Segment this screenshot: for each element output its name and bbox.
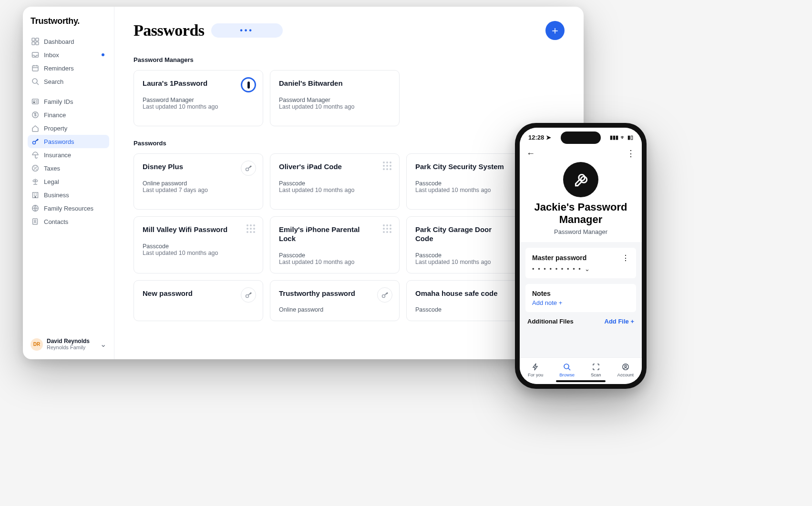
sidebar-item-label: Search	[44, 78, 63, 85]
brand-logo: Trustworthy.	[28, 16, 109, 26]
more-options-pill[interactable]: •••	[211, 23, 283, 38]
tab-account[interactable]: Account	[617, 363, 634, 377]
sidebar-item-taxes[interactable]: Taxes	[28, 162, 109, 175]
add-button[interactable]: ＋	[545, 21, 565, 40]
sidebar: Trustworthy. Dashboard Inbox Reminders S…	[23, 7, 114, 359]
tab-for-you[interactable]: For you	[528, 363, 543, 377]
card-password[interactable]: Oliver's iPad Code Passcode Last updated…	[270, 153, 400, 210]
tab-label: For you	[528, 372, 543, 377]
nav-section-main: Family IDs Finance Property Passwords In…	[28, 95, 109, 228]
unread-dot-icon	[102, 53, 104, 56]
sidebar-item-contacts[interactable]: Contacts	[28, 215, 109, 228]
app-window: Trustworthy. Dashboard Inbox Reminders S…	[23, 7, 584, 359]
sidebar-item-insurance[interactable]: Insurance	[28, 148, 109, 162]
card-title: Park City Garage Door Code	[415, 225, 527, 243]
card-password[interactable]: Trustworthy password Online password	[270, 280, 400, 322]
more-vertical-icon[interactable]: ⋮	[627, 148, 635, 159]
files-label: Additional Files	[527, 318, 574, 325]
card-type: Passcode	[143, 243, 254, 250]
add-note-link[interactable]: Add note +	[532, 299, 629, 306]
card-password[interactable]: Emily's iPhone Parental Lock Passcode La…	[270, 216, 400, 273]
card-type: Passcode	[279, 180, 391, 187]
sidebar-item-label: Property	[44, 125, 67, 132]
card-password-manager[interactable]: Daniel's Bitwarden Password Manager Last…	[270, 70, 400, 126]
account-switcher[interactable]: DR David Reynolds Reynolds Family ⌄	[28, 335, 109, 354]
sidebar-item-family-resources[interactable]: Family Resources	[28, 202, 109, 215]
card-updated: Last updated 10 months ago	[143, 250, 254, 256]
sidebar-item-finance[interactable]: Finance	[28, 108, 109, 121]
section-label-passwords: Passwords	[134, 140, 565, 147]
key-icon	[31, 138, 39, 145]
card-type: Password Manager	[143, 97, 254, 103]
sidebar-item-label: Insurance	[44, 152, 71, 159]
sidebar-item-label: Taxes	[44, 165, 60, 172]
master-password-value[interactable]: • • • • • • • • • ⌄	[532, 265, 629, 273]
card-updated: Last updated 10 months ago	[279, 259, 391, 265]
main-content: Passwords ••• ＋ Password Managers Laura'…	[114, 7, 584, 359]
dashboard-icon	[31, 38, 39, 45]
card-title: Laura's 1Password	[143, 79, 254, 88]
card-password[interactable]: Mill Valley Wifi Password Passcode Last …	[134, 216, 263, 273]
status-time: 12:28 ➤	[528, 134, 551, 141]
user-name: David Reynolds	[47, 338, 90, 345]
more-vertical-icon[interactable]: ⋮	[622, 253, 629, 263]
master-password-label: Master password	[532, 254, 586, 262]
card-type: Online password	[143, 180, 254, 187]
sidebar-item-inbox[interactable]: Inbox	[28, 48, 109, 61]
battery-icon: ▮▯	[627, 134, 633, 141]
phone-title: Jackie's Password Manager	[527, 201, 634, 226]
contacts-icon	[31, 218, 39, 225]
card-type: Passcode	[415, 306, 527, 313]
card-updated: Last updated 10 months ago	[415, 259, 527, 265]
card-type: Passcode	[415, 252, 527, 259]
card-title: Trustworthy password	[279, 289, 391, 298]
back-button[interactable]: ←	[526, 149, 535, 159]
status-indicators: ▮▮▮ ᯤ ▮▯	[610, 134, 633, 141]
home-icon	[31, 124, 39, 132]
sidebar-item-business[interactable]: Business	[28, 188, 109, 202]
percent-icon	[31, 164, 39, 172]
phone-frame: 12:28 ➤ ▮▮▮ ᯤ ▮▯ ← ⋮ Jackie's Password M…	[515, 123, 647, 389]
card-password[interactable]: Disney Plus Online password Last updated…	[134, 153, 263, 210]
sidebar-item-label: Family Resources	[44, 205, 93, 212]
user-family: Reynolds Family	[47, 344, 90, 351]
phone-nav-bar: ← ⋮	[520, 147, 642, 160]
card-title: Oliver's iPad Code	[279, 162, 391, 172]
grip-icon	[383, 162, 391, 170]
tab-label: Browse	[559, 372, 575, 377]
phone-subtitle: Password Manager	[527, 228, 634, 235]
sidebar-item-property[interactable]: Property	[28, 121, 109, 135]
sidebar-item-legal[interactable]: Legal	[28, 175, 109, 188]
search-icon	[31, 78, 39, 85]
tab-browse[interactable]: Browse	[559, 363, 575, 377]
card-type: Password Manager	[279, 97, 391, 103]
id-card-icon	[31, 98, 39, 105]
card-title: Omaha house safe code	[415, 289, 527, 298]
add-file-link[interactable]: Add File +	[605, 318, 634, 325]
inbox-icon	[31, 51, 39, 59]
card-updated: Last updated 7 days ago	[143, 187, 254, 193]
sidebar-item-passwords[interactable]: Passwords	[28, 135, 109, 148]
phone-header: Jackie's Password Manager Password Manag…	[520, 160, 642, 242]
card-password-manager[interactable]: Laura's 1Password Password Manager Last …	[134, 70, 263, 126]
sidebar-item-family-ids[interactable]: Family IDs	[28, 95, 109, 108]
building-icon	[31, 191, 39, 199]
key-icon	[241, 287, 256, 303]
card-updated: Last updated 10 months ago	[143, 103, 254, 110]
tab-scan[interactable]: Scan	[591, 363, 601, 377]
signal-icon: ▮▮▮	[610, 134, 618, 141]
card-password[interactable]: New password	[134, 280, 263, 322]
sidebar-item-label: Dashboard	[44, 38, 74, 45]
card-title: Mill Valley Wifi Password	[143, 225, 254, 234]
home-indicator[interactable]	[556, 380, 606, 382]
sidebar-item-dashboard[interactable]: Dashboard	[28, 35, 109, 48]
additional-files-row: Additional Files Add File +	[525, 318, 636, 325]
sidebar-item-label: Legal	[44, 178, 59, 185]
master-password-card[interactable]: Master password ⋮ • • • • • • • • • ⌄	[525, 248, 636, 278]
sidebar-item-reminders[interactable]: Reminders	[28, 61, 109, 75]
page-header: Passwords ••• ＋	[134, 21, 565, 40]
sidebar-item-search[interactable]: Search	[28, 75, 109, 88]
card-updated: Last updated 10 months ago	[279, 187, 391, 193]
avatar: DR	[31, 338, 43, 351]
sidebar-item-label: Contacts	[44, 218, 68, 225]
